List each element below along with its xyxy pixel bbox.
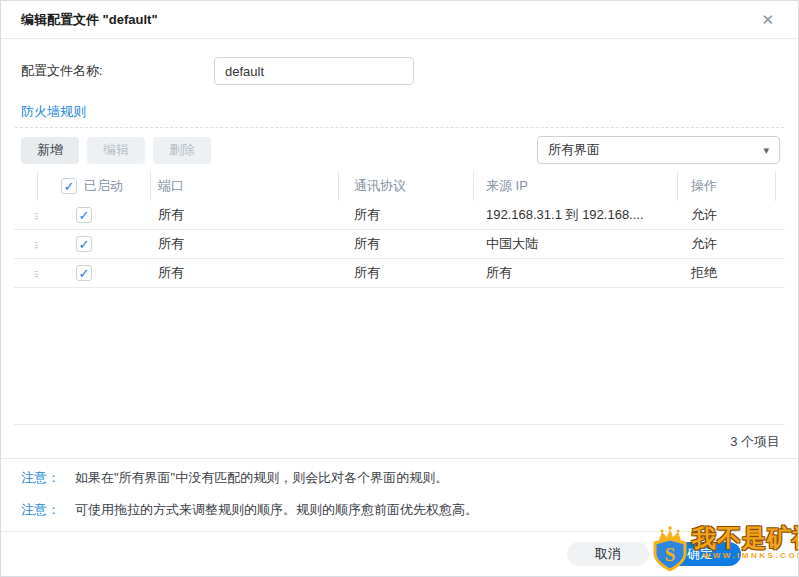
note-drag-order: 注意： 可使用拖拉的方式来调整规则的顺序。规则的顺序愈前面优先权愈高。 — [21, 502, 778, 518]
rule-protocol: 所有 — [339, 259, 474, 287]
table-row[interactable]: ≡ ✓ 所有 所有 中国大陆 允许 — [14, 230, 785, 259]
drag-column-header — [14, 171, 38, 201]
dialog-footer: 取消 确定 — [1, 531, 798, 576]
rules-table: ✓ 已启动 端口 通讯协议 来源 IP 操作 ≡ ✓ 所有 所有 192.168… — [14, 171, 785, 425]
rule-source-ip: 192.168.31.1 到 192.168.... — [474, 201, 678, 229]
port-column-header[interactable]: 端口 — [151, 171, 339, 201]
note-all-interfaces: 注意： 如果在"所有界面"中没有匹配的规则，则会比对各个界面的规则。 — [21, 470, 778, 486]
add-rule-button[interactable]: 新增 — [21, 137, 79, 164]
table-row[interactable]: ≡ ✓ 所有 所有 192.168.31.1 到 192.168.... 允许 — [14, 201, 785, 230]
edit-rule-button: 编辑 — [87, 137, 145, 164]
enabled-column-header[interactable]: ✓ 已启动 — [38, 171, 151, 201]
interface-select-value: 所有界面 — [548, 141, 600, 159]
rule-protocol: 所有 — [339, 201, 474, 229]
rule-source-ip: 中国大陆 — [474, 230, 678, 258]
notes-area: 注意： 如果在"所有界面"中没有匹配的规则，则会比对各个界面的规则。 注意： 可… — [1, 459, 798, 518]
edit-profile-dialog: 编辑配置文件 "default" ✕ 配置文件名称: 防火墙规则 新增 编辑 删… — [0, 0, 799, 577]
spacer-column-header — [776, 171, 785, 201]
dialog-title-bar: 编辑配置文件 "default" ✕ — [1, 1, 798, 39]
firewall-rules-heading: 防火墙规则 — [21, 104, 778, 120]
rule-enabled-checkbox[interactable]: ✓ — [76, 207, 92, 223]
interface-select[interactable]: 所有界面 ▾ — [537, 136, 780, 164]
select-all-checkbox[interactable]: ✓ — [61, 178, 77, 194]
ok-button[interactable]: 确定 — [659, 542, 741, 566]
note-label: 注意： — [21, 470, 63, 486]
note-text: 可使用拖拉的方式来调整规则的顺序。规则的顺序愈前面优先权愈高。 — [75, 502, 478, 518]
rule-enabled-checkbox[interactable]: ✓ — [76, 236, 92, 252]
section-divider — [15, 127, 784, 128]
check-icon: ✓ — [79, 209, 90, 222]
rules-table-header: ✓ 已启动 端口 通讯协议 来源 IP 操作 — [14, 171, 785, 201]
rule-port: 所有 — [151, 201, 339, 229]
rule-action: 允许 — [678, 230, 776, 258]
dialog-title: 编辑配置文件 "default" — [21, 11, 158, 29]
profile-name-input[interactable] — [214, 57, 414, 85]
rule-port: 所有 — [151, 259, 339, 287]
note-text: 如果在"所有界面"中没有匹配的规则，则会比对各个界面的规则。 — [75, 470, 448, 486]
source-ip-column-header[interactable]: 来源 IP — [474, 171, 678, 201]
table-empty-area — [14, 288, 785, 425]
close-icon[interactable]: ✕ — [757, 8, 778, 31]
delete-rule-button: 删除 — [153, 137, 211, 164]
profile-name-label: 配置文件名称: — [21, 62, 214, 80]
enabled-header-label: 已启动 — [84, 177, 123, 195]
cancel-button[interactable]: 取消 — [567, 542, 649, 566]
rule-protocol: 所有 — [339, 230, 474, 258]
table-row[interactable]: ≡ ✓ 所有 所有 所有 拒绝 — [14, 259, 785, 288]
check-icon: ✓ — [79, 267, 90, 280]
rule-port: 所有 — [151, 230, 339, 258]
note-label: 注意： — [21, 502, 63, 518]
check-icon: ✓ — [79, 238, 90, 251]
rule-enabled-checkbox[interactable]: ✓ — [76, 265, 92, 281]
action-column-header[interactable]: 操作 — [678, 171, 776, 201]
item-count: 3 个项目 — [1, 425, 798, 459]
rule-action: 允许 — [678, 201, 776, 229]
protocol-column-header[interactable]: 通讯协议 — [339, 171, 474, 201]
rules-toolbar: 新增 编辑 删除 所有界面 ▾ — [21, 136, 780, 164]
check-icon: ✓ — [64, 180, 75, 193]
profile-name-row: 配置文件名称: — [21, 57, 778, 85]
rule-source-ip: 所有 — [474, 259, 678, 287]
rule-action: 拒绝 — [678, 259, 776, 287]
chevron-down-icon: ▾ — [763, 144, 769, 157]
